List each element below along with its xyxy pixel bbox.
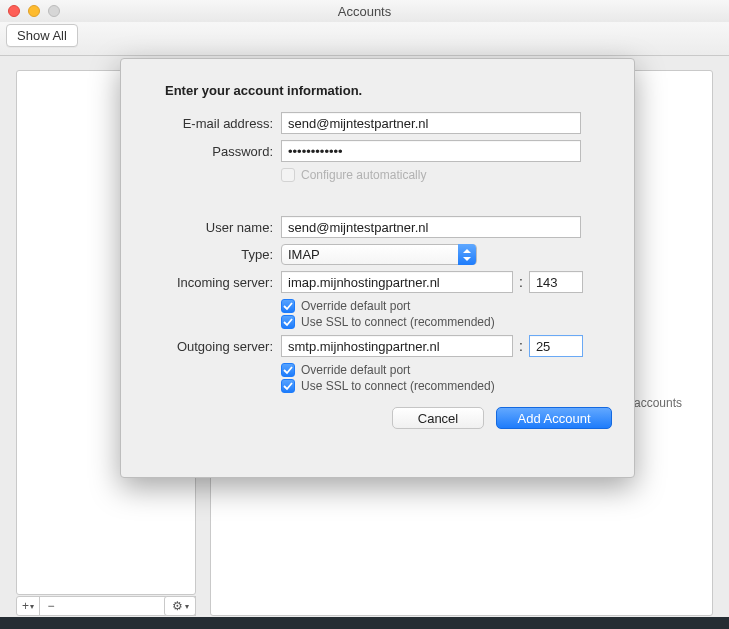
label-username: User name: <box>143 220 273 235</box>
incoming-use-ssl-checkbox[interactable]: Use SSL to connect (recommended) <box>281 315 495 329</box>
label-email: E-mail address: <box>143 116 273 131</box>
password-input[interactable] <box>281 140 581 162</box>
row-email: E-mail address: <box>143 112 612 134</box>
sheet-buttons: Cancel Add Account <box>143 407 612 429</box>
username-input[interactable] <box>281 216 581 238</box>
label-use-ssl: Use SSL to connect (recommended) <box>301 315 495 329</box>
toolbar: Show All <box>0 22 729 56</box>
checkmark-icon <box>281 299 295 313</box>
outgoing-use-ssl-checkbox[interactable]: Use SSL to connect (recommended) <box>281 379 495 393</box>
row-incoming: Incoming server: : <box>143 271 612 293</box>
email-input[interactable] <box>281 112 581 134</box>
label-password: Password: <box>143 144 273 159</box>
checkbox-icon <box>281 168 295 182</box>
show-all-button[interactable]: Show All <box>6 24 78 47</box>
colon-separator: : <box>519 338 523 354</box>
checkmark-icon <box>281 315 295 329</box>
outgoing-host-input[interactable] <box>281 335 513 357</box>
outgoing-port-input[interactable] <box>529 335 583 357</box>
row-outgoing-ssl: Use SSL to connect (recommended) <box>143 379 612 393</box>
row-username: User name: <box>143 216 612 238</box>
cancel-button[interactable]: Cancel <box>392 407 484 429</box>
sheet-title: Enter your account information. <box>165 83 612 98</box>
row-configure-auto: Configure automatically <box>143 168 612 182</box>
type-select-value: IMAP <box>288 247 320 262</box>
row-incoming-ssl: Use SSL to connect (recommended) <box>143 315 612 329</box>
label-configure-auto: Configure automatically <box>301 168 426 182</box>
remove-account-button[interactable]: − <box>39 596 63 616</box>
settings-button[interactable]: ⚙▾ <box>164 596 196 616</box>
chevron-down-icon: ▾ <box>185 602 189 611</box>
label-override-port: Override default port <box>301 363 410 377</box>
row-incoming-override: Override default port <box>143 299 612 313</box>
label-outgoing: Outgoing server: <box>143 339 273 354</box>
gear-icon: ⚙ <box>172 599 183 613</box>
add-account-button[interactable]: +▾ <box>16 596 40 616</box>
right-panel-hint-text: t accounts <box>627 396 682 410</box>
type-select[interactable]: IMAP <box>281 244 477 265</box>
checkmark-icon <box>281 363 295 377</box>
incoming-port-input[interactable] <box>529 271 583 293</box>
window-title: Accounts <box>0 4 729 19</box>
desktop-strip <box>0 617 729 629</box>
row-outgoing: Outgoing server: : <box>143 335 612 357</box>
add-account-button[interactable]: Add Account <box>496 407 612 429</box>
row-password: Password: <box>143 140 612 162</box>
chevron-down-icon: ▾ <box>30 602 34 611</box>
label-use-ssl: Use SSL to connect (recommended) <box>301 379 495 393</box>
label-override-port: Override default port <box>301 299 410 313</box>
sidebar-controls: +▾ − ⚙▾ <box>16 596 196 616</box>
configure-auto-checkbox[interactable]: Configure automatically <box>281 168 426 182</box>
row-type: Type: IMAP <box>143 244 612 265</box>
label-type: Type: <box>143 247 273 262</box>
incoming-host-input[interactable] <box>281 271 513 293</box>
outgoing-override-port-checkbox[interactable]: Override default port <box>281 363 410 377</box>
plus-icon: + <box>22 599 29 613</box>
label-incoming: Incoming server: <box>143 275 273 290</box>
row-outgoing-override: Override default port <box>143 363 612 377</box>
incoming-override-port-checkbox[interactable]: Override default port <box>281 299 410 313</box>
titlebar: Accounts <box>0 0 729 22</box>
select-dropdown-icon <box>458 244 476 265</box>
account-sheet: Enter your account information. E-mail a… <box>120 58 635 478</box>
checkmark-icon <box>281 379 295 393</box>
colon-separator: : <box>519 274 523 290</box>
minus-icon: − <box>47 599 54 613</box>
